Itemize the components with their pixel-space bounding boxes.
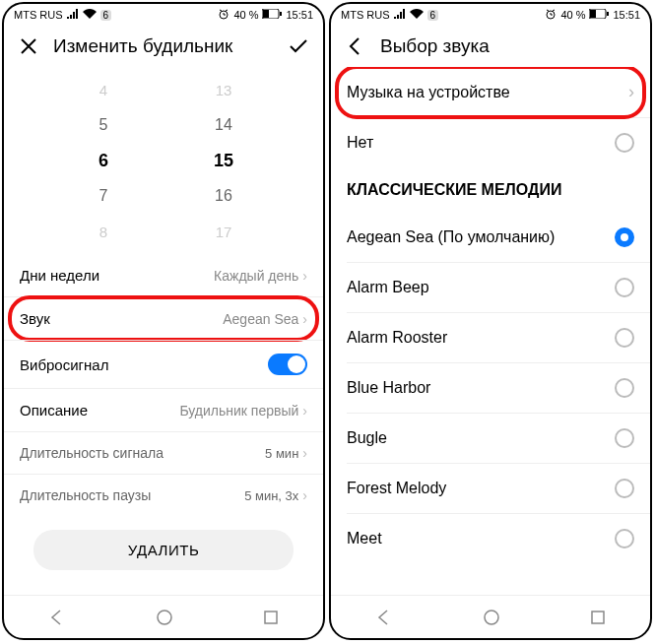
confirm-icon[interactable]: [288, 35, 309, 57]
svg-point-10: [485, 611, 498, 624]
chevron-right-icon: ›: [302, 487, 307, 503]
svg-rect-2: [263, 10, 269, 18]
notif-count: 6: [427, 10, 439, 21]
ringtone-label: Blue Harbor: [347, 379, 430, 397]
nav-recent-icon[interactable]: [263, 610, 279, 625]
clock-time: 15:51: [286, 9, 313, 21]
wifi-icon: [83, 9, 97, 21]
radio-icon[interactable]: [615, 133, 634, 153]
row-days[interactable]: Дни недели Каждый день›: [4, 254, 323, 296]
ringtone-row[interactable]: Bugle: [331, 414, 650, 463]
section-classic: КЛАССИЧЕСКИЕ МЕЛОДИИ: [331, 167, 650, 213]
ringtone-row[interactable]: Forest Melody: [331, 464, 650, 513]
back-icon[interactable]: [345, 35, 366, 57]
carrier: MTS RUS: [341, 9, 390, 21]
vibrate-toggle[interactable]: [268, 354, 307, 375]
phone-sound-picker: MTS RUS 6 40 % 15:51 Выбор звука: [329, 2, 652, 640]
ringtone-label: Alarm Rooster: [347, 329, 447, 347]
radio-icon[interactable]: [615, 529, 634, 548]
battery-pct: 40 %: [233, 9, 258, 21]
radio-icon[interactable]: [615, 378, 634, 398]
nav-bar: [331, 595, 650, 638]
nav-home-icon[interactable]: [483, 609, 500, 626]
ringtone-row[interactable]: Blue Harbor: [331, 363, 650, 413]
close-icon[interactable]: [18, 35, 39, 57]
radio-icon[interactable]: [615, 227, 634, 247]
hour-column[interactable]: 4 5 6 7 8: [43, 67, 164, 254]
time-picker[interactable]: 4 5 6 7 8 13 14 15 16 17: [4, 67, 323, 254]
ringtone-label: Alarm Beep: [347, 279, 429, 296]
chevron-right-icon: ›: [302, 268, 307, 284]
chevron-right-icon: ›: [628, 82, 634, 102]
battery-icon: [262, 9, 282, 21]
row-sound[interactable]: Звук Aegean Sea›: [4, 296, 323, 340]
signal-icon: [67, 9, 79, 21]
radio-icon[interactable]: [615, 328, 634, 348]
phone-edit-alarm: MTS RUS 6 40 % 15:51 Изменить будильник: [2, 2, 325, 640]
battery-pct: 40 %: [560, 9, 585, 21]
ringtone-row[interactable]: Alarm Beep: [331, 263, 650, 312]
notif-count: 6: [100, 10, 112, 21]
page-title: Изменить будильник: [53, 35, 232, 57]
battery-icon: [589, 9, 609, 21]
signal-icon: [394, 9, 406, 21]
nav-recent-icon[interactable]: [590, 610, 606, 625]
radio-icon[interactable]: [615, 479, 634, 498]
row-music-on-device[interactable]: Музыка на устройстве ›: [331, 67, 650, 117]
header: Выбор звука: [331, 26, 650, 67]
row-pause-duration[interactable]: Длительность паузы 5 мин, 3x›: [4, 474, 323, 516]
ringtone-row[interactable]: Alarm Rooster: [331, 313, 650, 362]
nav-home-icon[interactable]: [156, 609, 173, 626]
svg-rect-3: [280, 12, 282, 16]
nav-back-icon[interactable]: [375, 609, 393, 626]
status-bar: MTS RUS 6 40 % 15:51: [4, 4, 323, 26]
sound-list: Музыка на устройстве › Нет КЛАССИЧЕСКИЕ …: [331, 67, 650, 595]
delete-button[interactable]: УДАЛИТЬ: [33, 530, 294, 570]
nav-back-icon[interactable]: [48, 609, 66, 626]
chevron-right-icon: ›: [302, 403, 307, 419]
wifi-icon: [410, 9, 424, 21]
chevron-right-icon: ›: [302, 311, 307, 327]
radio-icon[interactable]: [615, 428, 634, 448]
carrier: MTS RUS: [14, 9, 63, 21]
row-description[interactable]: Описание Будильник первый›: [4, 388, 323, 431]
row-none[interactable]: Нет: [331, 118, 650, 167]
radio-icon[interactable]: [615, 278, 634, 297]
ringtone-label: Forest Melody: [347, 480, 446, 497]
clock-time: 15:51: [613, 9, 640, 21]
header: Изменить будильник: [4, 26, 323, 67]
ringtone-label: Meet: [347, 530, 382, 547]
status-bar: MTS RUS 6 40 % 15:51: [331, 4, 650, 26]
ringtone-row[interactable]: Aegean Sea (По умолчанию): [331, 213, 650, 262]
chevron-right-icon: ›: [302, 445, 307, 461]
settings-list: Дни недели Каждый день› Звук Aegean Sea›…: [4, 254, 323, 516]
ringtone-label: Aegean Sea (По умолчанию): [347, 228, 555, 246]
svg-rect-5: [265, 612, 277, 623]
minute-column[interactable]: 13 14 15 16 17: [164, 67, 284, 254]
page-title: Выбор звука: [380, 35, 490, 57]
svg-rect-8: [590, 10, 596, 18]
svg-point-4: [158, 611, 171, 624]
alarm-icon: [218, 8, 229, 22]
alarm-icon: [545, 8, 557, 22]
ringtone-label: Bugle: [347, 429, 387, 447]
svg-rect-11: [592, 612, 604, 623]
row-vibrate[interactable]: Вибросигнал: [4, 340, 323, 388]
svg-rect-9: [607, 12, 609, 16]
row-signal-duration[interactable]: Длительность сигнала 5 мин›: [4, 431, 323, 474]
ringtone-row[interactable]: Meet: [331, 514, 650, 563]
nav-bar: [4, 595, 323, 638]
